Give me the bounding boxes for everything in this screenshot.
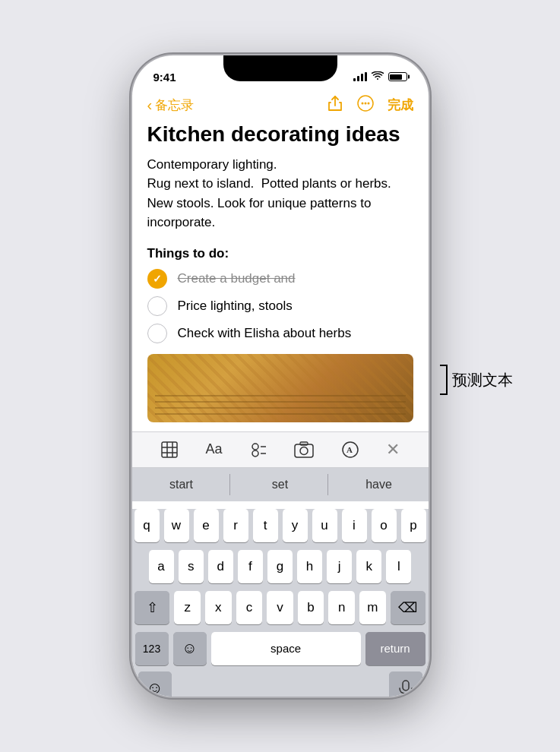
checklist-item-2[interactable]: Price lighting, stools xyxy=(147,296,413,316)
annotation-container: 预测文本 xyxy=(440,365,513,395)
phone-frame: 9:41 xyxy=(132,55,429,697)
key-u[interactable]: u xyxy=(312,509,337,542)
svg-point-1 xyxy=(361,103,363,105)
screen-wrapper: 9:41 xyxy=(0,0,560,752)
key-m[interactable]: m xyxy=(359,591,386,624)
table-icon[interactable] xyxy=(160,441,179,459)
key-j[interactable]: j xyxy=(327,550,352,583)
predictive-text-bar: start set have xyxy=(132,468,429,501)
svg-point-14 xyxy=(300,447,308,454)
key-g[interactable]: g xyxy=(267,550,293,583)
section-label: Things to do: xyxy=(147,246,413,261)
battery-icon xyxy=(388,72,407,81)
checklist-item-2-text: Price lighting, stools xyxy=(178,299,293,314)
keyboard-row-1: q w e r t y u i o p xyxy=(135,509,426,542)
bracket-line xyxy=(446,366,448,393)
keyboard-row-3: ⇧ z x c v b n m ⌫ xyxy=(135,591,426,624)
key-a[interactable]: a xyxy=(149,550,174,583)
checklist-icon[interactable] xyxy=(249,441,267,459)
divider-2 xyxy=(327,474,328,495)
emoji-face-key[interactable]: ☺ xyxy=(138,671,172,697)
checklist-item-3[interactable]: Check with Elisha about herbs xyxy=(147,324,413,343)
key-b[interactable]: b xyxy=(298,591,324,624)
chevron-left-icon: ‹ xyxy=(147,96,153,114)
key-x[interactable]: x xyxy=(205,591,232,624)
svg-text:A: A xyxy=(346,445,353,454)
share-icon[interactable] xyxy=(327,95,343,115)
checklist-item-1[interactable]: Create a budget and xyxy=(147,269,413,289)
key-f[interactable]: f xyxy=(238,550,263,583)
camera-icon[interactable] xyxy=(294,441,314,458)
text-format-icon[interactable]: Aa xyxy=(205,441,222,457)
predictive-word-2[interactable]: set xyxy=(231,478,330,491)
checklist-item-3-text: Check with Elisha about herbs xyxy=(178,326,352,341)
svg-point-10 xyxy=(252,450,258,457)
shift-key[interactable]: ⇧ xyxy=(134,591,169,624)
keyboard-row-4: 123 ☺ space return xyxy=(135,632,426,671)
key-s[interactable]: s xyxy=(179,550,204,583)
key-r[interactable]: r xyxy=(223,509,248,542)
key-y[interactable]: y xyxy=(283,509,308,542)
key-z[interactable]: z xyxy=(174,591,201,624)
more-icon[interactable] xyxy=(357,95,374,115)
bracket xyxy=(440,365,448,395)
svg-rect-4 xyxy=(162,442,177,457)
markup-icon[interactable]: A xyxy=(341,441,359,459)
key-o[interactable]: o xyxy=(372,509,397,542)
key-n[interactable]: n xyxy=(328,591,355,624)
back-button[interactable]: ‹ 备忘录 xyxy=(147,96,195,114)
predictive-word-3[interactable]: have xyxy=(330,478,429,491)
notch xyxy=(223,55,337,81)
key-p[interactable]: p xyxy=(401,509,426,542)
svg-point-9 xyxy=(252,444,258,450)
key-e[interactable]: e xyxy=(194,509,219,542)
status-time: 9:41 xyxy=(153,71,176,84)
dictate-key[interactable] xyxy=(389,671,422,697)
key-q[interactable]: q xyxy=(134,509,160,542)
key-i[interactable]: i xyxy=(342,509,367,542)
checkbox-checked-icon[interactable] xyxy=(147,269,167,289)
return-key[interactable]: return xyxy=(365,632,426,665)
key-c[interactable]: c xyxy=(236,591,263,624)
svg-point-3 xyxy=(367,103,369,105)
note-body[interactable]: Contemporary lighting.Rug next to island… xyxy=(147,155,413,232)
key-v[interactable]: v xyxy=(267,591,293,624)
wifi-icon xyxy=(372,71,384,83)
note-content-area: Kitchen decorating ideas Contemporary li… xyxy=(132,122,429,422)
signal-icon xyxy=(353,72,367,81)
emoji-key[interactable]: ☺ xyxy=(173,632,207,665)
backspace-key[interactable]: ⌫ xyxy=(391,591,426,624)
nav-bar: ‹ 备忘录 xyxy=(132,92,429,122)
bracket-bottom xyxy=(440,393,448,395)
key-w[interactable]: w xyxy=(164,509,189,542)
back-label: 备忘录 xyxy=(155,96,194,114)
predictive-word-1[interactable]: start xyxy=(132,478,231,491)
svg-rect-18 xyxy=(403,681,409,690)
key-h[interactable]: h xyxy=(297,550,322,583)
checklist-item-1-text: Create a budget and xyxy=(178,271,296,286)
svg-point-2 xyxy=(364,103,366,105)
key-d[interactable]: d xyxy=(208,550,233,583)
done-button[interactable]: 完成 xyxy=(388,96,413,114)
space-key[interactable]: space xyxy=(211,632,361,665)
keyboard-bottom-bar: ☺ xyxy=(135,671,426,697)
keyboard-row-2: a s d f g h j k l xyxy=(135,550,426,583)
checkbox-empty-icon-2[interactable] xyxy=(147,324,167,343)
note-title[interactable]: Kitchen decorating ideas xyxy=(147,122,413,147)
annotation-text: 预测文本 xyxy=(452,370,513,390)
key-k[interactable]: k xyxy=(356,550,381,583)
divider-1 xyxy=(229,474,230,495)
checkbox-empty-icon[interactable] xyxy=(147,296,167,316)
note-image[interactable] xyxy=(147,354,413,422)
key-t[interactable]: t xyxy=(253,509,278,542)
keyboard-close-icon[interactable]: ✕ xyxy=(386,440,400,460)
formatting-toolbar: Aa A xyxy=(132,431,429,468)
status-icons xyxy=(353,71,407,83)
key-l[interactable]: l xyxy=(386,550,411,583)
numbers-key[interactable]: 123 xyxy=(135,632,169,665)
svg-rect-15 xyxy=(300,442,308,445)
svg-rect-13 xyxy=(295,444,313,457)
nav-right-actions: 完成 xyxy=(327,95,413,115)
keyboard: q w e r t y u i o p a s d f g h j k xyxy=(132,509,429,697)
